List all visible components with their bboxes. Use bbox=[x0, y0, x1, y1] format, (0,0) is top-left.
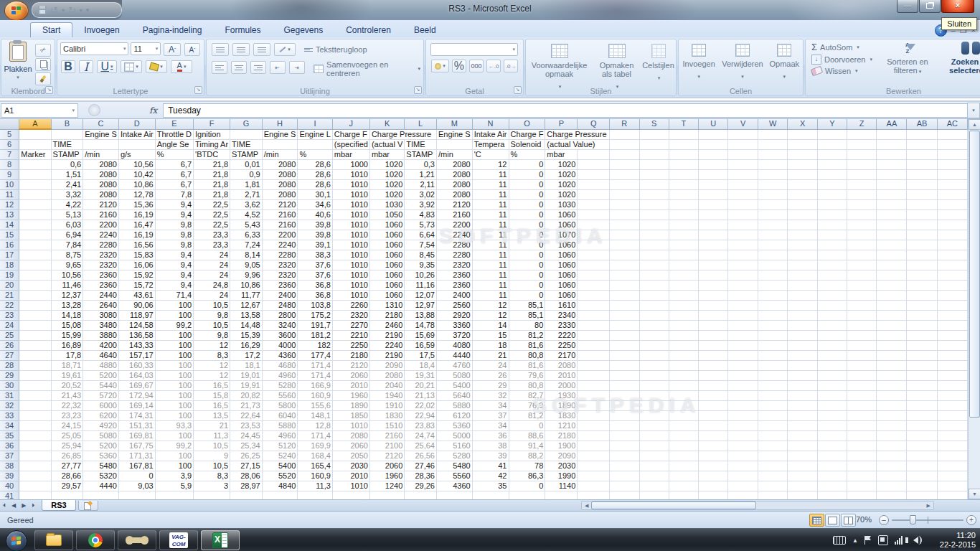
cell-M21[interactable]: 2400 bbox=[436, 290, 472, 300]
cell-U27[interactable] bbox=[699, 350, 728, 360]
cell-A21[interactable] bbox=[19, 290, 51, 300]
cell-C27[interactable]: 4640 bbox=[83, 350, 119, 360]
cell-Y13[interactable] bbox=[817, 209, 847, 220]
cell-P18[interactable]: 1060 bbox=[545, 260, 578, 270]
cell-N10[interactable]: 11 bbox=[472, 179, 509, 189]
cell-P24[interactable]: 2330 bbox=[545, 320, 578, 330]
cell-D15[interactable]: 16,19 bbox=[118, 230, 155, 240]
cell-AA11[interactable] bbox=[877, 189, 907, 199]
cell-A40[interactable] bbox=[19, 481, 51, 491]
cell-AC34[interactable] bbox=[937, 420, 967, 430]
cell-F28[interactable]: 12 bbox=[194, 360, 230, 370]
tab-beeld[interactable]: Beeld bbox=[402, 23, 448, 37]
cell-B28[interactable]: 18,71 bbox=[51, 360, 83, 370]
cell-P22[interactable]: 1610 bbox=[545, 300, 578, 310]
cell-O25[interactable]: 81,2 bbox=[509, 330, 545, 340]
cell-C15[interactable]: 2240 bbox=[83, 230, 119, 240]
cell-H36[interactable]: 5120 bbox=[262, 441, 298, 451]
cell-F8[interactable]: 21,8 bbox=[194, 159, 230, 169]
cell-M40[interactable]: 4360 bbox=[436, 481, 472, 491]
accounting-format-button[interactable] bbox=[431, 60, 449, 72]
column-header-G[interactable]: G bbox=[230, 119, 263, 129]
power-icon[interactable] bbox=[878, 535, 888, 545]
cell-D24[interactable]: 124,58 bbox=[118, 320, 155, 330]
cell-U31[interactable] bbox=[699, 390, 728, 400]
cell-M17[interactable]: 2280 bbox=[436, 250, 472, 260]
cell-J10[interactable]: 1010 bbox=[332, 179, 369, 189]
cell-D33[interactable]: 174,31 bbox=[118, 410, 155, 420]
column-header-O[interactable]: O bbox=[509, 119, 545, 129]
cell-P27[interactable]: 2170 bbox=[545, 350, 578, 360]
cell-S24[interactable] bbox=[639, 320, 669, 330]
cell-H40[interactable]: 4840 bbox=[262, 481, 298, 491]
fill-color-button[interactable] bbox=[146, 60, 167, 73]
cell-B11[interactable]: 3,32 bbox=[51, 189, 83, 199]
cell-G39[interactable]: 28,06 bbox=[230, 471, 263, 481]
cell-AC36[interactable] bbox=[937, 441, 967, 451]
cell-N12[interactable]: 11 bbox=[472, 199, 509, 209]
cell-D28[interactable]: 160,33 bbox=[118, 360, 155, 370]
cell-AA9[interactable] bbox=[877, 169, 907, 179]
cell-V36[interactable] bbox=[728, 441, 758, 451]
cell-J12[interactable]: 1010 bbox=[332, 199, 369, 209]
cell-R40[interactable] bbox=[610, 481, 639, 491]
cell-L25[interactable]: 15,69 bbox=[405, 330, 437, 340]
cell-T11[interactable] bbox=[669, 189, 698, 199]
cell-N21[interactable]: 11 bbox=[472, 290, 509, 300]
cell-N38[interactable]: 41 bbox=[472, 461, 509, 471]
cell-T26[interactable] bbox=[669, 340, 698, 350]
cell-S37[interactable] bbox=[639, 451, 669, 461]
cell-T14[interactable] bbox=[669, 220, 698, 230]
row-header-10[interactable]: 10 bbox=[0, 179, 19, 189]
cell-X6[interactable] bbox=[788, 139, 817, 149]
cell-X35[interactable] bbox=[788, 430, 817, 441]
cell-F27[interactable]: 8,3 bbox=[194, 350, 230, 360]
copy-icon[interactable] bbox=[35, 58, 51, 71]
cell-B15[interactable]: 6,94 bbox=[51, 230, 83, 240]
cell-Z22[interactable] bbox=[847, 300, 877, 310]
cell-R11[interactable] bbox=[610, 189, 639, 199]
cell-I12[interactable]: 34,6 bbox=[298, 199, 332, 209]
column-header-N[interactable]: N bbox=[472, 119, 509, 129]
cell-X20[interactable] bbox=[788, 280, 817, 290]
cell-S23[interactable] bbox=[639, 310, 669, 320]
cell-F23[interactable]: 9,8 bbox=[194, 310, 230, 320]
cell-R29[interactable] bbox=[610, 370, 639, 380]
cell-R31[interactable] bbox=[610, 390, 639, 400]
cell-I40[interactable]: 11,3 bbox=[298, 481, 332, 491]
row-header-12[interactable]: 12 bbox=[0, 199, 19, 209]
cell-H25[interactable]: 3600 bbox=[262, 330, 298, 340]
scroll-up-icon[interactable]: ▲ bbox=[969, 119, 980, 130]
cut-icon[interactable]: ✂ bbox=[35, 44, 51, 57]
cell-Y15[interactable] bbox=[817, 230, 847, 240]
cell-O6[interactable]: Solenoid bbox=[509, 139, 545, 149]
cell-AC15[interactable] bbox=[937, 230, 967, 240]
cell-Z5[interactable] bbox=[847, 129, 877, 139]
row-header-22[interactable]: 22 bbox=[0, 300, 19, 310]
cell-J23[interactable]: 2320 bbox=[332, 310, 369, 320]
cell-W9[interactable] bbox=[758, 169, 788, 179]
cell-H18[interactable]: 2320 bbox=[262, 260, 298, 270]
cell-M9[interactable]: 2080 bbox=[436, 169, 472, 179]
cell-Z21[interactable] bbox=[847, 290, 877, 300]
cell-R25[interactable] bbox=[610, 330, 639, 340]
delete-cells-button[interactable]: Verwijderen ▾ bbox=[720, 41, 765, 91]
cell-H6[interactable] bbox=[262, 139, 298, 149]
cell-E21[interactable]: 71,4 bbox=[155, 290, 193, 300]
cell-B5[interactable] bbox=[51, 129, 83, 139]
cell-L22[interactable]: 12,97 bbox=[405, 300, 437, 310]
cell-O40[interactable]: 0 bbox=[509, 481, 545, 491]
cell-V24[interactable] bbox=[728, 320, 758, 330]
cell-S32[interactable] bbox=[639, 400, 669, 410]
cell-S36[interactable] bbox=[639, 441, 669, 451]
column-header-AC[interactable]: AC bbox=[937, 119, 967, 129]
cell-Z37[interactable] bbox=[847, 451, 877, 461]
cell-X13[interactable] bbox=[788, 209, 817, 220]
cell-J16[interactable]: 1010 bbox=[332, 240, 369, 250]
volume-icon[interactable] bbox=[913, 537, 918, 544]
italic-button[interactable]: I bbox=[79, 60, 93, 73]
cell-C8[interactable]: 2080 bbox=[83, 159, 119, 169]
cell-N33[interactable]: 37 bbox=[472, 410, 509, 420]
cell-Q19[interactable] bbox=[578, 270, 610, 280]
cell-H17[interactable]: 2280 bbox=[262, 250, 298, 260]
